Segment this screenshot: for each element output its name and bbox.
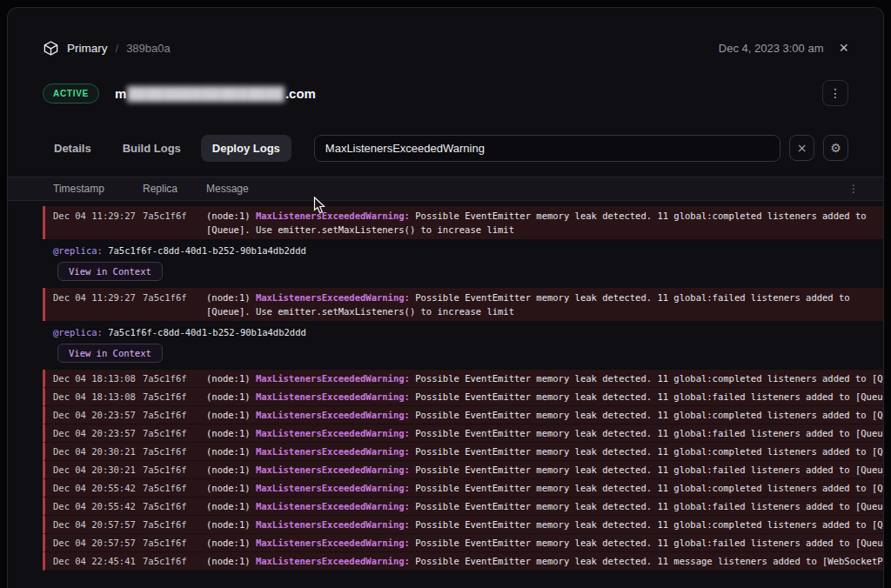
log-prefix: (node:1) (206, 464, 256, 475)
log-row[interactable]: Dec 04 18:13:08 7a5c1f6f (node:1) MaxLis… (43, 388, 883, 406)
log-row[interactable]: Dec 04 20:30:21 7a5c1f6f (node:1) MaxLis… (43, 461, 883, 479)
log-search-input[interactable] (314, 135, 780, 162)
log-message-text: Possible EventEmitter memory leak detect… (410, 538, 883, 548)
log-replica: 7a5c1f6f (143, 209, 206, 223)
log-prefix: (node:1) (206, 428, 256, 438)
log-keyword: MaxListenersExceededWarning: (256, 538, 410, 548)
log-timestamp: Dec 04 22:45:41 (53, 552, 143, 571)
log-details: @replica: 7a5c1f6f-c8dd-40d1-b252-90b1a4… (43, 321, 883, 370)
log-row[interactable]: Dec 04 20:23:57 7a5c1f6f (node:1) MaxLis… (43, 424, 883, 443)
log-replica-label: @replica: (53, 245, 103, 256)
log-prefix: (node:1) (206, 210, 256, 221)
log-keyword: MaxListenersExceededWarning: (256, 410, 410, 420)
log-keyword: MaxListenersExceededWarning: (256, 428, 410, 438)
service-menu-button[interactable]: ⋮ (822, 80, 848, 106)
service-domain[interactable]: m█████████████████.com (115, 86, 316, 101)
log-message: (node:1) MaxListenersExceededWarning: Po… (206, 534, 883, 552)
view-in-context-button[interactable]: View in Context (57, 344, 163, 363)
log-row[interactable]: Dec 04 11:29:27 7a5c1f6f (node:1) MaxLis… (43, 206, 883, 288)
tab-deploy-logs[interactable]: Deploy Logs (201, 135, 291, 162)
tab-build-logs[interactable]: Build Logs (111, 135, 192, 162)
log-row[interactable]: Dec 04 22:45:41 7a5c1f6f (node:1) MaxLis… (43, 552, 883, 571)
log-timestamp: Dec 04 20:30:21 (53, 443, 143, 461)
log-details: @replica: 7a5c1f6f-c8dd-40d1-b252-90b1a4… (43, 239, 883, 288)
log-keyword: MaxListenersExceededWarning: (256, 519, 410, 530)
log-row-main[interactable]: Dec 04 20:30:21 7a5c1f6f (node:1) MaxLis… (43, 461, 883, 479)
clear-search-icon[interactable]: × (789, 135, 814, 161)
log-message-text: Possible EventEmitter memory leak detect… (410, 483, 883, 493)
table-menu-icon[interactable]: ⋮ (848, 183, 859, 195)
log-message-text: Possible EventEmitter memory leak detect… (410, 391, 883, 402)
deployment-datetime: Dec 4, 2023 3:00 am (719, 42, 824, 55)
log-timestamp: Dec 04 18:13:08 (53, 388, 143, 406)
log-timestamp: Dec 04 18:13:08 (53, 370, 143, 388)
log-message: (node:1) MaxListenersExceededWarning: Po… (206, 498, 883, 516)
log-timestamp: Dec 04 20:57:57 (53, 516, 143, 534)
service-cube-icon (43, 40, 59, 57)
log-table-header: Timestamp Replica Message ⋮ (8, 177, 883, 201)
log-row[interactable]: Dec 04 20:30:21 7a5c1f6f (node:1) MaxLis… (43, 443, 883, 461)
log-replica: 7a5c1f6f (143, 424, 206, 443)
log-row[interactable]: Dec 04 20:57:57 7a5c1f6f (node:1) MaxLis… (43, 534, 883, 552)
log-message-text: Possible EventEmitter memory leak detect… (410, 410, 883, 420)
log-message: (node:1) MaxListenersExceededWarning: Po… (206, 291, 883, 318)
log-prefix: (node:1) (206, 538, 256, 548)
log-row[interactable]: Dec 04 18:13:08 7a5c1f6f (node:1) MaxLis… (43, 370, 883, 388)
view-in-context-button[interactable]: View in Context (57, 262, 163, 281)
log-row-main[interactable]: Dec 04 11:29:27 7a5c1f6f (node:1) MaxLis… (43, 288, 883, 321)
log-row-main[interactable]: Dec 04 20:57:57 7a5c1f6f (node:1) MaxLis… (43, 534, 883, 552)
log-list: Dec 04 11:29:27 7a5c1f6f (node:1) MaxLis… (8, 201, 883, 571)
log-replica: 7a5c1f6f (143, 498, 206, 516)
log-message-text: Possible EventEmitter memory leak detect… (410, 373, 883, 384)
log-replica: 7a5c1f6f (143, 443, 206, 461)
log-timestamp: Dec 04 20:55:42 (53, 479, 143, 498)
column-message[interactable]: Message (206, 183, 883, 195)
log-message: (node:1) MaxListenersExceededWarning: Po… (206, 388, 883, 406)
log-row-main[interactable]: Dec 04 20:23:57 7a5c1f6f (node:1) MaxLis… (43, 406, 883, 424)
log-row-main[interactable]: Dec 04 18:13:08 7a5c1f6f (node:1) MaxLis… (43, 388, 883, 406)
log-keyword: MaxListenersExceededWarning: (256, 556, 410, 566)
header-right: Dec 4, 2023 3:00 am × (719, 40, 848, 56)
log-message: (node:1) MaxListenersExceededWarning: Po… (206, 370, 883, 388)
log-replica: 7a5c1f6f (143, 461, 206, 479)
gear-icon[interactable]: ⚙ (823, 135, 848, 161)
log-row-main[interactable]: Dec 04 20:55:42 7a5c1f6f (node:1) MaxLis… (43, 479, 883, 498)
log-prefix: (node:1) (206, 292, 256, 303)
log-message: (node:1) MaxListenersExceededWarning: Po… (206, 516, 883, 534)
service-row: ACTIVE m█████████████████.com ⋮ (8, 79, 883, 107)
log-row-main[interactable]: Dec 04 20:30:21 7a5c1f6f (node:1) MaxLis… (43, 443, 883, 461)
log-keyword: MaxListenersExceededWarning: (256, 483, 410, 493)
column-timestamp[interactable]: Timestamp (53, 183, 143, 195)
log-row-main[interactable]: Dec 04 20:57:57 7a5c1f6f (node:1) MaxLis… (43, 516, 883, 534)
log-message: (node:1) MaxListenersExceededWarning: Po… (206, 552, 883, 571)
log-row-main[interactable]: Dec 04 18:13:08 7a5c1f6f (node:1) MaxLis… (43, 370, 883, 388)
log-message: (node:1) MaxListenersExceededWarning: Po… (206, 406, 883, 424)
log-message: (node:1) MaxListenersExceededWarning: Po… (206, 209, 883, 237)
log-row[interactable]: Dec 04 20:55:42 7a5c1f6f (node:1) MaxLis… (43, 479, 883, 498)
log-row[interactable]: Dec 04 20:23:57 7a5c1f6f (node:1) MaxLis… (43, 406, 883, 424)
log-row[interactable]: Dec 04 20:55:42 7a5c1f6f (node:1) MaxLis… (43, 498, 883, 516)
log-row-main[interactable]: Dec 04 11:29:27 7a5c1f6f (node:1) MaxLis… (43, 206, 883, 239)
log-row-main[interactable]: Dec 04 22:45:41 7a5c1f6f (node:1) MaxLis… (43, 552, 883, 571)
log-timestamp: Dec 04 20:23:57 (53, 424, 143, 443)
log-row-main[interactable]: Dec 04 20:55:42 7a5c1f6f (node:1) MaxLis… (43, 498, 883, 516)
domain-prefix: m (115, 86, 126, 101)
close-icon[interactable]: × (839, 40, 848, 56)
log-timestamp: Dec 04 11:29:27 (53, 209, 143, 223)
log-prefix: (node:1) (206, 483, 256, 493)
service-name[interactable]: Primary (67, 42, 108, 55)
tab-details[interactable]: Details (43, 135, 103, 162)
log-row-main[interactable]: Dec 04 20:23:57 7a5c1f6f (node:1) MaxLis… (43, 424, 883, 443)
log-row[interactable]: Dec 04 11:29:27 7a5c1f6f (node:1) MaxLis… (43, 288, 883, 370)
log-keyword: MaxListenersExceededWarning: (256, 464, 410, 475)
log-message-text: Possible EventEmitter memory leak detect… (410, 428, 883, 438)
deployment-id[interactable]: 389ba0a (126, 42, 171, 55)
log-replica: 7a5c1f6f (143, 370, 206, 388)
log-replica: 7a5c1f6f (143, 479, 206, 498)
log-prefix: (node:1) (206, 519, 256, 530)
column-replica[interactable]: Replica (143, 183, 206, 195)
log-row[interactable]: Dec 04 20:57:57 7a5c1f6f (node:1) MaxLis… (43, 516, 883, 534)
log-prefix: (node:1) (206, 501, 256, 511)
log-timestamp: Dec 04 20:30:21 (53, 461, 143, 479)
log-timestamp: Dec 04 20:57:57 (53, 534, 143, 552)
